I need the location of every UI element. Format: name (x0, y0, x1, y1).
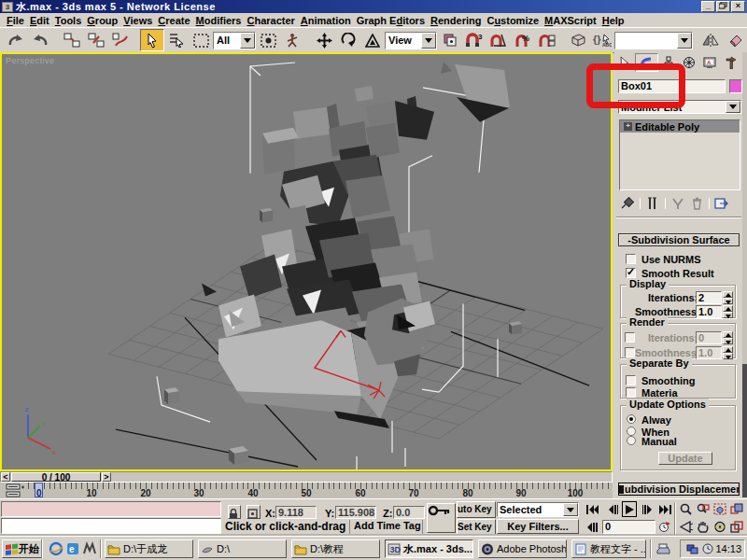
always-radio[interactable] (627, 414, 636, 424)
media-player-icon[interactable] (82, 541, 97, 556)
network-tray-icon[interactable] (686, 543, 699, 555)
reference-coordsys-dropdown-icon[interactable] (421, 33, 436, 49)
start-button[interactable]: 开始 (2, 539, 42, 558)
rect-selection-region-icon[interactable] (189, 29, 213, 51)
panel-scrollbar-thumb[interactable] (742, 364, 747, 497)
zoom-icon[interactable] (678, 501, 694, 517)
perspective-viewport[interactable]: z y x Perspective (0, 52, 613, 471)
go-to-end-icon[interactable] (658, 501, 672, 517)
expand-icon[interactable]: + (624, 122, 632, 131)
play-button-icon[interactable] (622, 501, 637, 517)
zoom-all-icon[interactable] (695, 501, 711, 517)
maxscript-macro-recorder[interactable] (1, 501, 221, 517)
display-iterations-field[interactable]: 2 (696, 291, 722, 304)
modifier-list-dropdown-icon[interactable] (726, 101, 740, 113)
tab-utilities[interactable] (721, 53, 741, 72)
selection-lock-icon[interactable] (228, 505, 241, 519)
angle-snap-icon[interactable] (486, 29, 510, 51)
menu-customize[interactable]: Customize (484, 15, 542, 26)
internet-explorer-icon[interactable] (49, 541, 63, 556)
taskbar-item-folder3[interactable]: D:\教程 (291, 539, 380, 558)
next-frame-icon[interactable] (641, 501, 655, 517)
panel-scrollbar[interactable] (742, 52, 747, 497)
absolute-offset-mode-icon[interactable] (247, 505, 261, 519)
reference-coordsys-combo[interactable]: View (385, 32, 437, 49)
time-slider-next-icon[interactable]: > (102, 472, 111, 482)
trackbar-current-frame-marker[interactable]: 0 (35, 483, 43, 497)
menu-create[interactable]: Create (155, 15, 192, 26)
menu-graph-editors[interactable]: Graph Editors (354, 15, 428, 26)
use-pivot-center-icon[interactable] (437, 29, 461, 51)
menu-character[interactable]: Character (244, 15, 297, 26)
printer-tray-icon[interactable] (655, 542, 670, 557)
snap-3d-icon[interactable]: 3 (461, 29, 486, 51)
outlook-icon[interactable]: e (65, 541, 80, 556)
configure-modifier-sets-icon[interactable] (712, 196, 731, 211)
select-and-scale-icon[interactable] (360, 29, 385, 51)
taskbar-item-folder1[interactable]: D:\于成龙 (105, 539, 193, 558)
previous-frame-icon[interactable] (606, 501, 620, 517)
time-slider-handle[interactable]: 0 / 100 (11, 472, 101, 482)
stack-item-editable-poly[interactable]: + Editable Poly (620, 120, 740, 133)
align-icon[interactable] (723, 29, 747, 51)
render-smoothness-spinner[interactable] (723, 346, 733, 359)
time-slider[interactable]: < 0 / 100 > (0, 471, 613, 483)
select-and-manipulate-icon[interactable] (280, 29, 304, 51)
arc-rotate-icon[interactable] (712, 519, 727, 535)
window-crossing-icon[interactable] (256, 29, 280, 51)
field-of-view-icon[interactable] (678, 519, 694, 535)
menu-modifiers[interactable]: Modifiers (193, 15, 245, 26)
bind-to-space-warp-icon[interactable] (108, 29, 133, 51)
make-unique-icon[interactable] (669, 196, 687, 211)
manual-radio[interactable] (627, 436, 636, 445)
render-smoothness-checkbox[interactable] (625, 347, 635, 357)
trackbar-ruler[interactable]: 0 10 20 30 40 50 60 70 80 90 100 (28, 483, 613, 498)
viewport-label[interactable]: Perspective (6, 56, 55, 65)
key-mode-toggle-icon[interactable] (585, 519, 599, 535)
z-coord-field[interactable]: 0.0 (393, 506, 425, 519)
x-coord-field[interactable]: 9.118 (275, 506, 317, 519)
min-max-toggle-icon[interactable] (728, 519, 744, 535)
zoom-extents-all-icon[interactable] (728, 501, 744, 517)
tab-display[interactable]: A (699, 53, 720, 72)
selection-filter-combo[interactable]: All (213, 32, 256, 49)
materials-checkbox[interactable] (626, 387, 636, 398)
render-iterations-checkbox[interactable] (625, 332, 635, 343)
display-smoothness-field[interactable]: 1.0 (696, 305, 722, 318)
key-selection-combo[interactable]: Selected (497, 502, 579, 517)
menu-animation[interactable]: Animation (298, 15, 354, 26)
minimize-button[interactable]: _ (701, 1, 715, 12)
edit-named-sets-icon[interactable]: {}ABC (590, 29, 614, 51)
render-iterations-spinner[interactable] (723, 331, 733, 344)
display-smoothness-spinner[interactable] (723, 305, 733, 318)
selection-filter-dropdown-icon[interactable] (240, 33, 255, 49)
named-selection-combo[interactable] (614, 32, 693, 49)
percent-snap-icon[interactable]: % (510, 29, 534, 51)
named-selection-dropdown-icon[interactable] (677, 33, 692, 49)
undo-icon[interactable] (4, 29, 28, 51)
clock-tray-icon[interactable] (702, 543, 713, 554)
unlink-selection-icon[interactable] (84, 29, 108, 51)
zoom-extents-icon[interactable] (712, 501, 727, 517)
restore-button[interactable] (716, 1, 730, 12)
time-slider-prev-icon[interactable]: < (1, 472, 10, 482)
y-coord-field[interactable]: 115.908 (335, 506, 376, 519)
key-selection-dropdown-icon[interactable] (563, 503, 578, 516)
auto-key-button[interactable]: uto Key (457, 501, 496, 518)
go-to-start-icon[interactable] (585, 501, 599, 517)
render-iterations-field[interactable]: 0 (696, 331, 722, 344)
menu-views[interactable]: Views (120, 15, 155, 26)
menu-tools[interactable]: Tools (52, 15, 85, 26)
menu-rendering[interactable]: Rendering (428, 15, 484, 26)
when-radio[interactable] (627, 427, 636, 436)
smooth-result-checkbox[interactable]: ✓ (626, 268, 636, 278)
rollout-subdivision-surface[interactable]: -Subdivision Surface (618, 233, 740, 246)
select-and-link-icon[interactable] (60, 29, 84, 51)
track-bar[interactable]: 0 10 20 30 40 50 60 70 80 90 100 (0, 483, 613, 498)
taskbar-item-notepad[interactable]: 教程文字 - ... (571, 539, 646, 558)
smoothing-checkbox[interactable] (626, 375, 636, 385)
key-filters-button[interactable]: Key Filters... (497, 519, 579, 534)
object-color-swatch[interactable] (729, 79, 742, 93)
menu-edit[interactable]: Edit (27, 15, 52, 26)
set-key-button[interactable]: Set Key (457, 519, 496, 535)
